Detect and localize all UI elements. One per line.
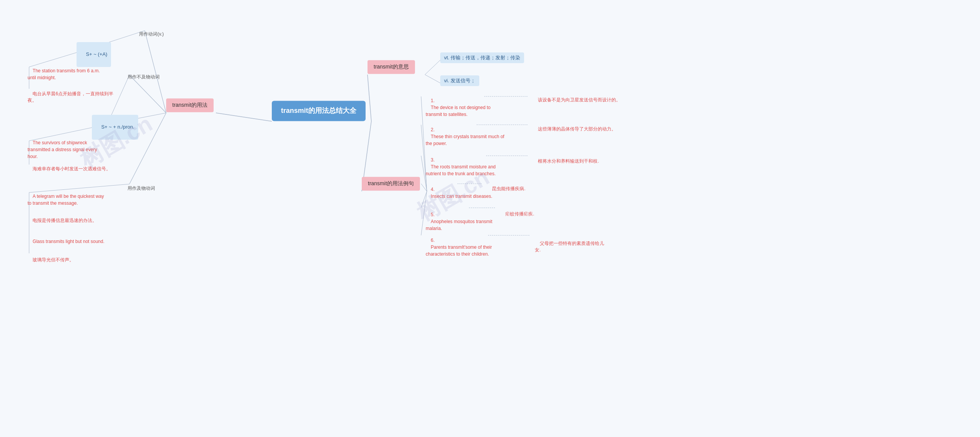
example-shipwreck-cn: 海难幸存者每小时发送一次遇难信号。 [23, 157, 115, 181]
branch-intransitive-label: 用作不及物动词 [118, 65, 164, 89]
svg-line-15 [368, 75, 371, 121]
example-station-cn: 电台从早晨6点开始播音，一直持续到半夜。 [23, 82, 122, 112]
ex6-cn: 父母把一些特有的素质遗传给儿女. [530, 232, 614, 262]
example-glass-cn: 玻璃导光但不传声。 [23, 248, 78, 272]
ex2-cn: 这些薄薄的晶体传导了大部分的动力。 [528, 117, 621, 141]
right-top-node: transmit的意思 [368, 60, 415, 74]
svg-line-16 [425, 60, 440, 75]
svg-line-0 [216, 113, 272, 121]
branch-verb-label: 用作动词(v.) [129, 22, 168, 46]
right-bottom-node: transmit的用法例句 [362, 177, 420, 191]
meaning-vi: vi. 发送信号； [440, 75, 479, 86]
left-main-node: transmit的用法 [166, 98, 214, 112]
ex6-en: 6. Parents transmIt'some of their charac… [421, 228, 513, 267]
meaning-vt: vt. 传输；传送，传递；发射；传染 [440, 52, 524, 63]
ex5-cn: 疟蚊传播疟疾. [496, 202, 539, 226]
svg-line-17 [425, 75, 440, 83]
ex1-cn: 该设备不是为向卫星发送信号而设计的。 [528, 88, 625, 112]
ex3-cn: 根将水分和养料输送到干和枝. [528, 149, 604, 173]
center-node: transmit的用法总结大全 [272, 101, 366, 121]
branch-transitive-label: 用作及物动词 [118, 176, 160, 200]
ex4-cn: 昆虫能传播疾病. [482, 177, 530, 201]
mindmap-container: transmit的用法总结大全 transmit的用法 transmit的意思 … [0, 0, 980, 437]
